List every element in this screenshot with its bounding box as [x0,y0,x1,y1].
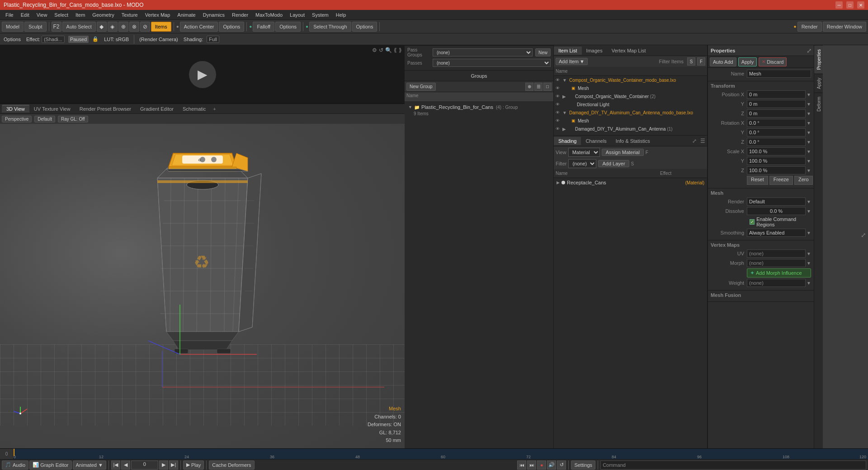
props-expand-icon[interactable]: ⤢ [807,47,812,54]
render-value[interactable]: Default [747,197,806,206]
discard-btn[interactable]: ✕ Discard [759,57,787,66]
expand-icon[interactable]: ▼ [562,110,567,115]
menu-file[interactable]: File [2,11,17,19]
transport-icon2[interactable]: ⏭ [527,461,536,470]
menu-item[interactable]: Item [72,11,89,19]
loop-btn[interactable]: ↺ [557,461,566,470]
tab-3d-view[interactable]: 3D View [2,105,29,113]
scale-z-value[interactable]: 100.0 % [747,166,806,174]
tab-vertex-map-list[interactable]: Vertex Map List [607,47,651,55]
eye-icon[interactable]: 👁 [556,94,561,99]
icon1[interactable]: ◆ [97,22,107,32]
shading-value[interactable]: Full [207,36,219,43]
eye-icon[interactable]: 👁 [556,110,561,115]
perspective-btn[interactable]: Perspective [2,116,32,122]
effect-value[interactable]: (Shadi... [42,36,65,43]
menu-select[interactable]: Select [51,11,72,19]
expand-tri[interactable]: ▶ [557,180,560,185]
tab-shading[interactable]: Shading [554,137,581,145]
menu-help[interactable]: Help [332,11,350,19]
uv-select[interactable]: (none) [747,249,806,258]
icon3[interactable]: ⊕ [118,22,128,32]
graph-editor-btn[interactable]: 📊 Graph Editor [29,461,71,470]
menu-edit[interactable]: Edit [17,11,33,19]
group-icon1[interactable]: ⊕ [525,83,533,91]
eye-icon[interactable]: 👁 [556,127,561,131]
new-group-btn[interactable]: New Group [406,83,436,91]
menu-maxtomodo[interactable]: MaxToModo [252,11,286,19]
item-compost-container-file[interactable]: 👁 ▼ Compost_Organic_Waste_Container_modo… [554,76,707,84]
name-value[interactable]: Mesh [747,70,811,78]
rotation-y-value[interactable]: 0.0 ° [747,128,806,136]
scale-x-value[interactable]: 100.0 % [747,147,806,155]
shading-expand-icon[interactable]: ⤢ [690,137,698,145]
enable-cmd-regions-checkbox[interactable]: ✓ [750,219,755,225]
menu-texture[interactable]: Texture [118,11,142,19]
scale-y-value[interactable]: 100.0 % [747,157,806,165]
expand-icon[interactable]: ▶ [562,127,566,132]
tab-info-stats[interactable]: Info & Statistics [611,137,655,145]
pass-groups-select[interactable]: (none) [433,48,533,56]
options-btn1[interactable]: Options [219,22,244,32]
vtab-apply[interactable]: Apply [814,74,823,93]
options-btn3[interactable]: Options [352,22,377,32]
default-btn[interactable]: Default [34,116,55,122]
shading-item-receptacle[interactable]: ▶ Receptacle_Cans (Material) [554,178,707,187]
expand-icon[interactable]: ▼ [562,78,567,83]
minimize-btn[interactable]: ─ [835,1,843,9]
menu-view[interactable]: View [33,11,51,19]
options-btn2[interactable]: Options [275,22,301,32]
vtab-properties[interactable]: Properties [814,45,823,74]
icon4[interactable]: ⊗ [129,22,139,32]
vtab-deform[interactable]: Deform [814,93,823,115]
icon5[interactable]: ⊘ [140,22,150,32]
smoothing-value[interactable]: Always Enabled [747,229,806,237]
rotation-z-value[interactable]: 0.0 ° [747,138,806,146]
viewport-canvas[interactable]: ♻ [0,124,405,448]
tab-images[interactable]: Images [582,47,607,55]
tab-render-preset[interactable]: Render Preset Browser [75,105,136,113]
maximize-btn[interactable]: □ [846,1,854,9]
3d-viewport[interactable]: Perspective Default Ray GL: Off [0,114,405,448]
falloff-btn[interactable]: Falloff [253,22,274,32]
play-button[interactable]: ▶ [189,61,216,88]
animated-btn[interactable]: Animated ▼ [73,461,106,470]
item-damaged-antenna[interactable]: 👁 ▶ Damaged_DIY_TV_Aluminum_Can_Antenna … [554,125,707,133]
eye-icon[interactable]: 👁 [556,86,561,90]
shading-options-icon[interactable]: ☰ [698,137,707,145]
render-camera[interactable]: (Render Camera) [137,36,180,43]
menu-geometry[interactable]: Geometry [89,11,118,19]
step-back-btn[interactable]: ◀ [121,461,130,470]
add-item-btn[interactable]: Add Item ▼ [556,58,588,65]
tab-schematic[interactable]: Schematic [178,105,210,113]
sculpt-btn[interactable]: Sculpt [24,22,47,32]
audio-on-btn[interactable]: 🔊 [547,461,556,470]
view-select[interactable]: Material [568,148,600,157]
icon2[interactable]: ◈ [108,22,118,32]
freeze-btn[interactable]: Freeze [769,176,793,185]
items-btn[interactable]: Items [151,22,171,32]
morph-select[interactable]: (none) [747,259,806,267]
menu-dynamics[interactable]: Dynamics [199,11,228,19]
render-btn[interactable]: Render [797,22,822,32]
add-layer-btn[interactable]: Add Layer [598,160,629,167]
timeline-playhead[interactable] [14,449,14,456]
tab-channels[interactable]: Channels [581,137,611,145]
ray-gl-btn[interactable]: Ray GL: Off [58,116,88,122]
group-icon3[interactable]: □ [543,83,552,91]
eye-icon[interactable]: 👁 [556,102,561,107]
rotation-x-value[interactable]: 0.0 ° [747,119,806,127]
apply-btn[interactable]: Apply [738,57,757,66]
passes-select[interactable]: (none) [433,59,551,67]
prev-frame-btn[interactable]: |◀ [111,461,120,470]
position-y-value[interactable]: 0 m [747,100,806,108]
render-window-btn[interactable]: Render Window [823,22,866,32]
tab-uv-texture[interactable]: UV Texture View [29,105,75,113]
item-mesh-1[interactable]: 👁 ▣ Mesh [554,84,707,92]
eye-icon[interactable]: 👁 [556,78,561,82]
play-stop-btn[interactable]: ▶ Play [183,461,204,470]
filter-icon2[interactable]: F [697,57,705,66]
model-btn[interactable]: Model [2,22,24,32]
next-frame-btn[interactable]: ▶| [169,461,178,470]
step-fwd-btn[interactable]: ▶ [159,461,168,470]
